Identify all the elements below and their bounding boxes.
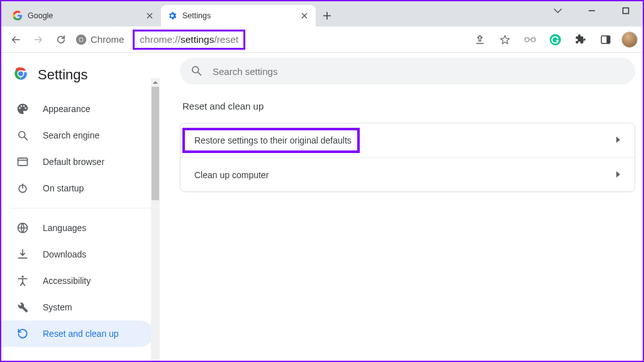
power-icon bbox=[16, 182, 29, 195]
forward-button[interactable] bbox=[29, 30, 48, 49]
sidebar-item-label: Appearance bbox=[43, 104, 91, 114]
sidebar-item-languages[interactable]: Languages bbox=[1, 215, 153, 241]
sidebar-item-default-browser[interactable]: Default browser bbox=[1, 149, 153, 175]
search-icon bbox=[190, 64, 203, 79]
row-clean-up-computer[interactable]: Clean up computer bbox=[180, 157, 635, 191]
tab-title: Settings bbox=[182, 11, 299, 20]
tab-title: Google bbox=[28, 11, 145, 20]
row-restore-defaults[interactable]: Restore settings to their original defau… bbox=[180, 123, 635, 157]
chevron-right-icon bbox=[616, 170, 621, 180]
toolbar: Chrome chrome://settings/reset bbox=[1, 26, 643, 53]
row-label: Clean up computer bbox=[194, 170, 269, 180]
tab-strip: Google Settings bbox=[1, 1, 643, 26]
extensions-icon[interactable] bbox=[571, 30, 590, 49]
sidebar-item-system[interactable]: System bbox=[1, 294, 153, 320]
settings-favicon-icon bbox=[167, 11, 177, 21]
search-icon bbox=[16, 129, 29, 142]
accessibility-icon bbox=[16, 274, 29, 287]
globe-icon bbox=[16, 222, 29, 234]
address-bar[interactable]: chrome://settings/reset bbox=[133, 30, 245, 50]
extension-link-icon[interactable] bbox=[521, 30, 540, 49]
sidebar-divider bbox=[10, 208, 151, 208]
sidebar-item-reset[interactable]: Reset and clean up bbox=[1, 320, 153, 347]
window-menu-chevron-icon[interactable] bbox=[548, 5, 567, 16]
sidebar-item-on-startup[interactable]: On startup bbox=[1, 175, 153, 201]
scroll-up-icon[interactable] bbox=[151, 78, 160, 87]
reload-button[interactable] bbox=[52, 30, 70, 49]
site-identity[interactable]: Chrome bbox=[75, 34, 124, 45]
profile-avatar[interactable] bbox=[621, 31, 638, 48]
sidebar-item-downloads[interactable]: Downloads bbox=[1, 241, 153, 268]
google-favicon-icon bbox=[13, 11, 23, 21]
svg-point-20 bbox=[192, 66, 199, 72]
svg-rect-9 bbox=[607, 36, 610, 43]
sidebar-item-label: Search engine bbox=[43, 130, 99, 140]
back-button[interactable] bbox=[6, 30, 25, 49]
svg-point-11 bbox=[18, 71, 23, 76]
sidebar-item-appearance[interactable]: Appearance bbox=[1, 96, 153, 122]
settings-sidebar: Settings Appearance Search engine Defaul… bbox=[1, 53, 160, 361]
close-icon[interactable] bbox=[145, 11, 155, 21]
sidebar-item-label: Downloads bbox=[43, 249, 86, 259]
chrome-logo-icon bbox=[13, 65, 29, 84]
section-title: Reset and clean up bbox=[182, 101, 635, 111]
settings-main: Reset and clean up Restore settings to t… bbox=[160, 53, 643, 361]
window-maximize-button[interactable] bbox=[616, 5, 635, 16]
svg-point-4 bbox=[79, 38, 82, 41]
wrench-icon bbox=[16, 301, 29, 314]
sidebar-item-label: On startup bbox=[43, 183, 84, 193]
close-icon[interactable] bbox=[299, 11, 309, 21]
new-tab-button[interactable] bbox=[318, 7, 336, 25]
row-label: Restore settings to their original defau… bbox=[194, 129, 362, 152]
settings-title: Settings bbox=[38, 67, 88, 83]
sidebar-item-label: Accessibility bbox=[43, 276, 91, 286]
sidebar-item-search-engine[interactable]: Search engine bbox=[1, 122, 153, 149]
sidebar-item-label: System bbox=[43, 302, 72, 312]
bookmark-icon[interactable] bbox=[496, 30, 514, 49]
sidebar-item-label: Default browser bbox=[43, 157, 104, 167]
svg-rect-14 bbox=[18, 158, 28, 166]
tab-google[interactable]: Google bbox=[6, 5, 161, 26]
svg-point-19 bbox=[21, 276, 23, 278]
scroll-thumb[interactable] bbox=[152, 87, 159, 200]
window-minimize-button[interactable] bbox=[582, 5, 601, 16]
svg-point-6 bbox=[531, 37, 536, 42]
sidebar-item-label: Languages bbox=[43, 223, 86, 233]
svg-point-13 bbox=[19, 132, 25, 138]
palette-icon bbox=[16, 103, 29, 115]
site-identity-label: Chrome bbox=[91, 34, 124, 45]
reset-icon bbox=[16, 327, 29, 340]
share-icon[interactable] bbox=[470, 30, 489, 49]
reset-card: Restore settings to their original defau… bbox=[180, 123, 635, 192]
sidebar-item-accessibility[interactable]: Accessibility bbox=[1, 268, 153, 294]
browser-icon bbox=[16, 156, 29, 168]
settings-search[interactable] bbox=[180, 58, 635, 84]
sidebar-scrollbar[interactable] bbox=[151, 78, 160, 361]
chrome-icon bbox=[75, 34, 87, 45]
tab-settings[interactable]: Settings bbox=[161, 5, 316, 26]
download-icon bbox=[16, 248, 29, 261]
sidebar-item-label: Reset and clean up bbox=[43, 329, 119, 339]
svg-point-5 bbox=[525, 37, 530, 42]
side-panel-icon[interactable] bbox=[596, 30, 615, 49]
chevron-right-icon bbox=[616, 135, 621, 145]
settings-search-input[interactable] bbox=[213, 66, 625, 77]
grammarly-icon[interactable] bbox=[546, 30, 565, 49]
svg-rect-1 bbox=[623, 8, 629, 14]
